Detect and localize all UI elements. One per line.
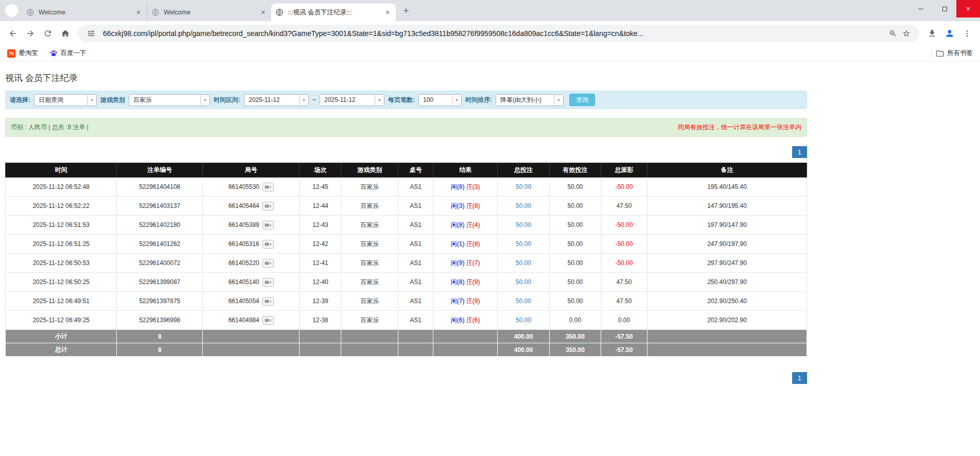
all-bookmarks-button[interactable]: 所有书签 — [936, 49, 973, 58]
maximize-button[interactable] — [933, 0, 956, 17]
header-round-id: 局号 — [203, 163, 300, 178]
cell-total-bet: 50.00 — [497, 178, 549, 197]
cell-result: 闲(8) 庄(9) — [433, 273, 498, 292]
back-button[interactable] — [4, 25, 22, 42]
cell-valid-bet: 50.00 — [550, 216, 601, 235]
cell-note: 250.40/297.90 — [647, 273, 807, 292]
tab-close-icon[interactable]: × — [383, 8, 392, 16]
bookmark-baidu[interactable]: 百度一下 — [49, 49, 86, 58]
tab-close-icon[interactable]: × — [259, 8, 267, 16]
table-row: 2025-11-12 06:52:48522961404108661405530… — [6, 178, 807, 197]
cell-game-type: 百家乐 — [341, 216, 398, 235]
cell-game-type: 百家乐 — [341, 178, 398, 197]
new-tab-button[interactable]: + — [399, 4, 413, 18]
tab-welcome-1[interactable]: Welcome × — [22, 4, 147, 21]
cell-result: 闲(1) 庄(8) — [433, 235, 498, 254]
page-number-button[interactable]: 1 — [792, 146, 807, 158]
chevron-down-icon[interactable]: ▼ — [375, 95, 384, 106]
tab-welcome-2[interactable]: Welcome × — [147, 4, 271, 21]
bookmark-taobao[interactable]: 淘 爱淘宝 — [7, 49, 38, 58]
total-valid-bet: 350.00 — [550, 343, 601, 357]
chevron-down-icon[interactable]: ▼ — [87, 95, 96, 106]
cell-round-id: 661405220 — [203, 254, 300, 273]
zoom-icon[interactable] — [886, 27, 900, 40]
cell-total-bet: 50.00 — [497, 273, 549, 292]
total-bet-link[interactable]: 50.00 — [516, 278, 531, 286]
total-bet-link[interactable]: 50.00 — [516, 240, 531, 248]
close-window-button[interactable]: ✕ — [956, 0, 980, 17]
cell-note: 297.90/247.90 — [647, 254, 807, 273]
forward-button[interactable] — [22, 25, 39, 42]
chevron-down-icon[interactable]: ▼ — [554, 95, 563, 106]
total-bet-link[interactable]: 50.00 — [516, 259, 531, 267]
tab-strip: Welcome × Welcome × :::视讯 会员下注纪录::: × + … — [0, 0, 980, 21]
video-replay-icon[interactable] — [262, 221, 274, 230]
cell-bet-id: 522961399087 — [117, 273, 203, 292]
menu-dots-icon[interactable] — [958, 25, 976, 42]
video-replay-icon[interactable] — [262, 259, 274, 268]
bet-table-body: 2025-11-12 06:52:48522961404108661405530… — [6, 178, 807, 330]
video-replay-icon[interactable] — [262, 297, 274, 306]
cell-table-no: AS1 — [398, 178, 433, 197]
bookmark-star-icon[interactable] — [900, 27, 913, 40]
total-bet-link[interactable]: 50.00 — [516, 183, 531, 190]
cell-total-bet: 50.00 — [497, 292, 549, 311]
page-content: 视讯 会员下注纪录 请选择: 日期查询 ▼ 游戏类别 百家乐 ▼ 时间区间: 2… — [0, 72, 812, 384]
sort-select[interactable]: 降幂(由大到小) ▼ — [496, 94, 564, 106]
chevron-down-icon[interactable]: ▼ — [299, 95, 308, 106]
reload-button[interactable] — [39, 25, 57, 42]
cell-table-no: AS1 — [398, 197, 433, 216]
page-number-button[interactable]: 1 — [792, 372, 807, 384]
header-note: 备注 — [647, 163, 807, 178]
video-replay-icon[interactable] — [262, 183, 274, 191]
date-from-value: 2025-11-12 — [244, 95, 299, 106]
video-replay-icon[interactable] — [262, 278, 274, 287]
video-replay-icon[interactable] — [262, 240, 274, 249]
cell-time: 2025-11-12 06:52:48 — [6, 178, 117, 197]
total-bet-link[interactable]: 50.00 — [516, 317, 531, 324]
video-replay-icon[interactable] — [262, 202, 274, 211]
total-bet-link[interactable]: 50.00 — [516, 297, 531, 305]
video-replay-icon[interactable] — [262, 316, 274, 325]
cell-valid-bet: 50.00 — [550, 197, 601, 216]
cell-note: 195.40/145.40 — [647, 178, 807, 197]
game-type-label: 游戏类别 — [100, 96, 125, 104]
cell-table-no: AS1 — [398, 311, 433, 330]
tab-label: Welcome — [164, 9, 255, 16]
subtotal-row: 小计 8 400.00 350.00 -57.50 — [6, 330, 807, 343]
cell-table-no: AS1 — [398, 254, 433, 273]
cell-session: 12-42 — [300, 235, 341, 254]
chevron-down-icon[interactable]: ▼ — [452, 95, 461, 106]
page-size-select[interactable]: 100 ▼ — [418, 94, 462, 106]
cell-note: 247.90/197.90 — [647, 235, 807, 254]
chevron-down-icon[interactable]: ▼ — [200, 95, 209, 106]
cell-time: 2025-11-12 06:49:51 — [6, 292, 117, 311]
downloads-icon[interactable] — [923, 25, 941, 42]
search-button[interactable]: 查询 — [569, 94, 595, 106]
total-bet-link[interactable]: 50.00 — [516, 221, 531, 229]
cell-valid-bet: 50.00 — [550, 292, 601, 311]
minimize-button[interactable] — [909, 0, 933, 17]
header-result: 结果 — [433, 163, 498, 178]
cell-result: 闲(7) 庄(9) — [433, 292, 498, 311]
page-size-value: 100 — [419, 95, 452, 106]
tab-label: :::视讯 会员下注纪录::: — [288, 8, 379, 17]
profile-avatar[interactable] — [941, 25, 958, 42]
total-bet-link[interactable]: 50.00 — [516, 202, 531, 209]
cell-table-no: AS1 — [398, 235, 433, 254]
cell-payout: 47.50 — [601, 197, 647, 216]
date-separator: ~ — [312, 96, 316, 103]
tab-search-button[interactable] — [5, 4, 18, 17]
address-bar[interactable]: 66cxkj98.com/ipl/portal.php/game/betreco… — [78, 25, 919, 42]
home-button[interactable] — [57, 25, 74, 42]
site-settings-icon[interactable] — [84, 27, 98, 40]
header-time: 时间 — [6, 163, 117, 178]
query-type-select[interactable]: 日期查询 ▼ — [34, 94, 97, 106]
game-type-select[interactable]: 百家乐 ▼ — [129, 94, 210, 106]
date-from-select[interactable]: 2025-11-12 ▼ — [244, 94, 309, 106]
tab-close-icon[interactable]: × — [134, 8, 143, 16]
date-to-select[interactable]: 2025-11-12 ▼ — [320, 94, 384, 106]
tab-bet-records-active[interactable]: :::视讯 会员下注纪录::: × — [271, 4, 396, 21]
cell-round-id: 661405530 — [203, 178, 300, 197]
sort-label: 时间排序: — [465, 96, 492, 104]
